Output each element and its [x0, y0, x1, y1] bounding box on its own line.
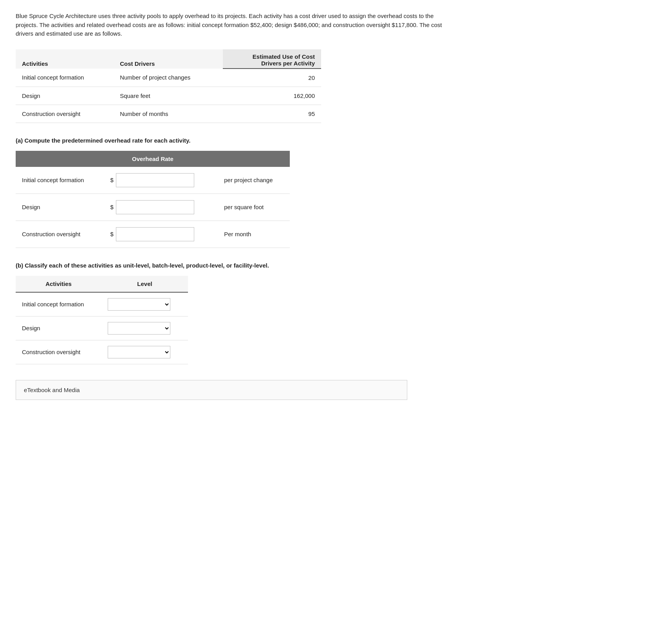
t2-unit-1: per square foot: [213, 194, 290, 221]
activities-table: Activities Cost Drivers Estimated Use of…: [16, 49, 321, 123]
section-b-label: (b) Classify each of these activities as…: [16, 262, 656, 269]
t2-input-cell-0: $: [104, 167, 213, 194]
t1-value-1: 162,000: [223, 87, 321, 105]
dollar-sign-2: $: [110, 231, 114, 237]
t1-value-0: 20: [223, 69, 321, 87]
table2-wrapper: Overhead Rate Initial concept formation …: [16, 151, 656, 248]
overhead-rate-header: Overhead Rate: [16, 151, 290, 167]
t1-driver-1: Square feet: [114, 87, 223, 105]
table2-row: Construction oversight $ Per month: [16, 221, 290, 248]
t1-driver-0: Number of project changes: [114, 69, 223, 87]
t1-value-2: 95: [223, 105, 321, 123]
t2-activity-2: Construction oversight: [16, 221, 104, 248]
t2-input-cell-1: $: [104, 194, 213, 221]
t3-select-cell-0: unit-levelbatch-levelproduct-levelfacili…: [101, 292, 188, 317]
t2-activity-1: Design: [16, 194, 104, 221]
t1-driver-2: Number of months: [114, 105, 223, 123]
table1-row: Design Square feet 162,000: [16, 87, 321, 105]
section-a-label: (a) Compute the predetermined overhead r…: [16, 137, 656, 144]
overhead-rate-table: Overhead Rate Initial concept formation …: [16, 151, 290, 248]
footer-bar: eTextbook and Media: [16, 380, 407, 400]
table3-row: Initial concept formation unit-levelbatc…: [16, 292, 188, 317]
table1-row: Construction oversight Number of months …: [16, 105, 321, 123]
table1-wrapper: Activities Cost Drivers Estimated Use of…: [16, 49, 656, 123]
intro-paragraph: Blue Spruce Cycle Architecture uses thre…: [16, 12, 446, 38]
table1-row: Initial concept formation Number of proj…: [16, 69, 321, 87]
rate-input-0[interactable]: [116, 173, 194, 187]
t1-activity-1: Design: [16, 87, 114, 105]
t2-unit-0: per project change: [213, 167, 290, 194]
col-activities-b-header: Activities: [16, 276, 101, 292]
t1-activity-0: Initial concept formation: [16, 69, 114, 87]
t3-activity-2: Construction oversight: [16, 340, 101, 364]
t3-activity-1: Design: [16, 316, 101, 340]
t2-unit-2: Per month: [213, 221, 290, 248]
table2-row: Initial concept formation $ per project …: [16, 167, 290, 194]
level-select-0[interactable]: unit-levelbatch-levelproduct-levelfacili…: [108, 298, 170, 311]
t3-activity-0: Initial concept formation: [16, 292, 101, 317]
rate-input-1[interactable]: [116, 200, 194, 214]
dollar-sign-0: $: [110, 177, 114, 183]
footer-text: eTextbook and Media: [24, 387, 80, 393]
col-estimated-header: Estimated Use of Cost Drivers per Activi…: [223, 49, 321, 69]
t3-select-cell-2: unit-levelbatch-levelproduct-levelfacili…: [101, 340, 188, 364]
t2-input-cell-2: $: [104, 221, 213, 248]
table2-row: Design $ per square foot: [16, 194, 290, 221]
dollar-sign-1: $: [110, 204, 114, 210]
t1-activity-2: Construction oversight: [16, 105, 114, 123]
col-activities-header: Activities: [16, 49, 114, 69]
table3-wrapper: Activities Level Initial concept formati…: [16, 276, 656, 364]
col-cost-drivers-header: Cost Drivers: [114, 49, 223, 69]
col-level-header: Level: [101, 276, 188, 292]
table3-row: Construction oversight unit-levelbatch-l…: [16, 340, 188, 364]
table3-row: Design unit-levelbatch-levelproduct-leve…: [16, 316, 188, 340]
t3-select-cell-1: unit-levelbatch-levelproduct-levelfacili…: [101, 316, 188, 340]
t2-activity-0: Initial concept formation: [16, 167, 104, 194]
level-table: Activities Level Initial concept formati…: [16, 276, 188, 364]
level-select-2[interactable]: unit-levelbatch-levelproduct-levelfacili…: [108, 346, 170, 358]
rate-input-2[interactable]: [116, 227, 194, 241]
level-select-1[interactable]: unit-levelbatch-levelproduct-levelfacili…: [108, 322, 170, 335]
